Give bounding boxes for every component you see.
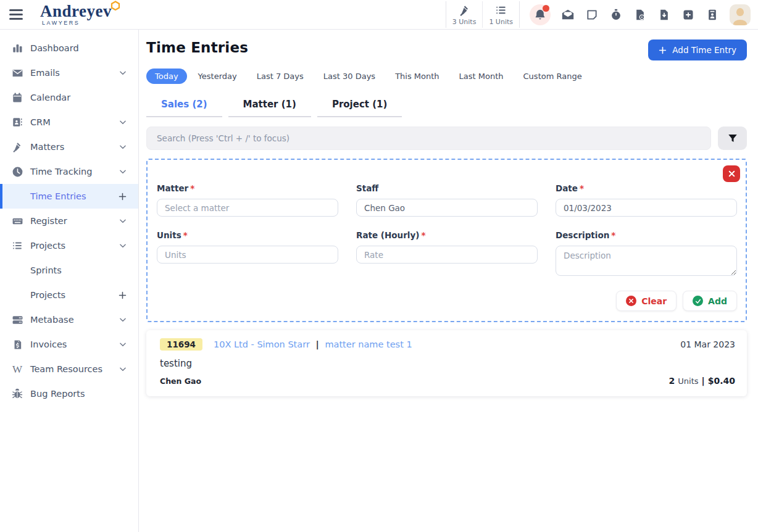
sidebar-item-time-tracking[interactable]: Time Tracking — [0, 159, 138, 184]
required-asterisk: * — [580, 183, 584, 193]
topbar-icon-group — [530, 4, 751, 25]
gavel-icon — [457, 3, 471, 17]
sidebar-item-label: Team Resources — [30, 364, 102, 374]
staff-label: Staff — [356, 183, 538, 193]
clear-label: Clear — [641, 296, 667, 306]
add-check-icon — [693, 296, 703, 306]
sidebar-item-label: Time Tracking — [30, 167, 92, 177]
clear-button[interactable]: Clear — [616, 291, 677, 311]
filter-button[interactable] — [718, 127, 747, 150]
topbar-actions: 3 Units 1 Units — [446, 1, 751, 28]
date-label: Date* — [556, 183, 737, 193]
gavel-units-counter[interactable]: 3 Units — [446, 1, 483, 28]
units-input[interactable] — [157, 246, 338, 264]
date-filter-last-7-days[interactable]: Last 7 Days — [248, 69, 312, 84]
add-time-entry-button[interactable]: Add Time Entry — [648, 39, 747, 60]
entry-links: 10X Ltd - Simon Starr | matter name test… — [214, 339, 412, 349]
hexagon-icon — [110, 1, 120, 10]
description-field: Description* — [556, 230, 737, 278]
stopwatch-icon — [610, 9, 622, 21]
keyboard-icon — [11, 215, 23, 227]
units-field: Units* — [157, 230, 338, 278]
sidebar-item-label: Metabase — [30, 315, 74, 325]
mail-button[interactable] — [561, 8, 575, 22]
date-filter-last-30-days[interactable]: Last 30 Days — [315, 69, 384, 84]
sidebar-item-emails[interactable]: Emails — [0, 60, 138, 85]
chevron-down-icon — [119, 315, 127, 324]
file-help-button[interactable] — [633, 8, 647, 22]
app-logo[interactable]: Andreyev LAWYERS — [40, 3, 112, 26]
sidebar-item-team-resources[interactable]: W Team Resources — [0, 357, 138, 381]
sidebar-item-bug-reports[interactable]: Bug Reports — [0, 381, 138, 406]
sidebar-item-register[interactable]: Register — [0, 209, 138, 233]
matter-field: Matter* — [157, 183, 338, 217]
note-icon — [586, 9, 598, 21]
sidebar-item-dashboard[interactable]: Dashboard — [0, 36, 138, 60]
sidebar-item-crm[interactable]: CRM — [0, 110, 138, 135]
bug-icon — [11, 388, 23, 399]
search-input[interactable] — [146, 127, 711, 150]
add-button[interactable]: Add — [683, 291, 737, 311]
date-filter-today[interactable]: Today — [146, 69, 187, 84]
invoice-icon — [11, 339, 23, 350]
client-link[interactable]: 10X Ltd - Simon Starr — [214, 339, 310, 349]
file-download-icon — [658, 9, 670, 21]
hamburger-menu-icon[interactable] — [9, 7, 24, 22]
sidebar-item-projects[interactable]: Projects — [0, 233, 138, 258]
sidebar-item-matters[interactable]: Matters — [0, 135, 138, 159]
clock-icon — [11, 166, 23, 178]
date-filter-yesterday[interactable]: Yesterday — [190, 69, 246, 84]
user-avatar[interactable] — [730, 4, 751, 25]
units-label: Units* — [157, 230, 338, 240]
calendar-icon — [11, 92, 23, 103]
description-textarea[interactable] — [556, 246, 737, 276]
mail-icon — [561, 8, 575, 22]
server-icon — [11, 314, 23, 326]
matter-label: Matter* — [157, 183, 338, 193]
sidebar-item-metabase[interactable]: Metabase — [0, 307, 138, 332]
date-filter-this-month[interactable]: This Month — [386, 69, 448, 84]
close-form-button[interactable] — [723, 165, 740, 182]
list-units-counter[interactable]: 1 Units — [482, 1, 519, 28]
rate-input[interactable] — [356, 246, 538, 264]
sidebar-item-label: Matters — [30, 142, 64, 152]
tab-matter[interactable]: Matter (1) — [228, 94, 311, 117]
notifications-button[interactable] — [530, 4, 551, 25]
gavel-units-label: 3 Units — [452, 18, 477, 26]
entry-description: testing — [160, 358, 735, 369]
note-button[interactable] — [585, 8, 599, 22]
date-input[interactable] — [556, 199, 737, 217]
tab-sales[interactable]: Sales (2) — [146, 94, 222, 117]
page-header: Time Entries Add Time Entry — [146, 39, 747, 60]
matter-select-input[interactable] — [157, 199, 338, 217]
sidebar-item-projects-sub[interactable]: Projects — [0, 283, 138, 307]
timer-button[interactable] — [609, 8, 623, 22]
entry-date: 01 Mar 2023 — [680, 339, 735, 349]
sidebar-item-invoices[interactable]: Invoices — [0, 332, 138, 357]
date-filter-last-month[interactable]: Last Month — [451, 69, 512, 84]
tab-project[interactable]: Project (1) — [317, 94, 402, 117]
required-asterisk: * — [183, 230, 188, 240]
list-units-label: 1 Units — [489, 18, 513, 26]
entry-top-row: 11694 10X Ltd - Simon Starr | matter nam… — [160, 338, 735, 351]
entry-id-badge: 11694 — [160, 338, 202, 351]
chevron-down-icon — [119, 167, 127, 176]
time-entry-row[interactable]: 11694 10X Ltd - Simon Starr | matter nam… — [146, 330, 747, 396]
date-filter-custom-range[interactable]: Custom Range — [515, 69, 591, 84]
matter-link[interactable]: matter name test 1 — [325, 339, 412, 349]
sidebar-item-calendar[interactable]: Calendar — [0, 85, 138, 110]
entry-units-label: Units — [678, 376, 698, 386]
chevron-down-icon — [119, 241, 127, 250]
staff-input[interactable] — [356, 199, 538, 217]
sidebar-item-time-entries[interactable]: Time Entries — [0, 184, 138, 209]
contact-card-icon — [11, 117, 23, 128]
sidebar-item-sprints[interactable]: Sprints — [0, 258, 138, 283]
quick-add-button[interactable] — [681, 8, 695, 22]
units-amount-separator: | — [702, 376, 705, 386]
sidebar-item-label: Projects — [30, 241, 65, 251]
contacts-button[interactable] — [706, 8, 719, 22]
file-export-button[interactable] — [657, 8, 671, 22]
notification-badge — [543, 5, 549, 12]
plus-icon[interactable] — [118, 192, 127, 201]
plus-icon[interactable] — [118, 291, 127, 300]
